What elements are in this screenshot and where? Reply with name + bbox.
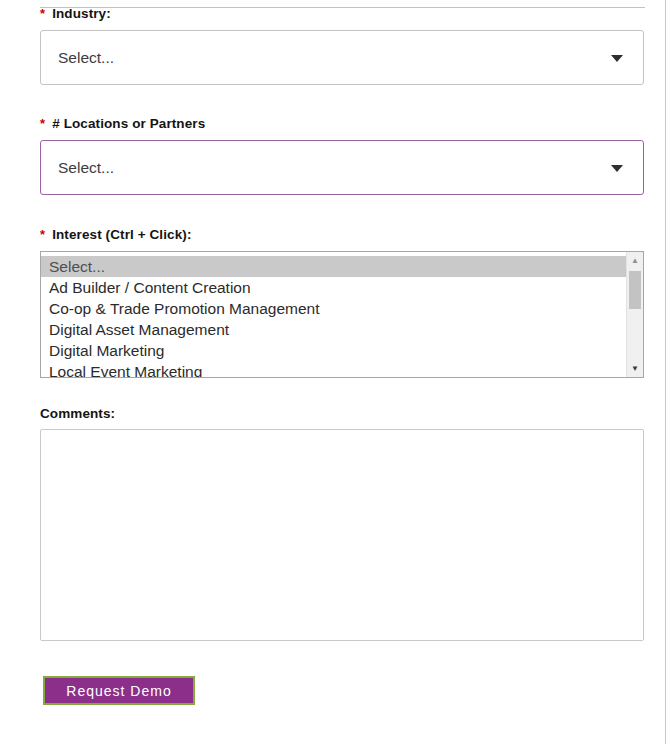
industry-label: *Industry:: [40, 6, 111, 21]
locations-label: *# Locations or Partners: [40, 116, 205, 131]
request-demo-form: *Industry: Select... *# Locations or Par…: [40, 0, 644, 744]
industry-select-value: Select...: [58, 49, 114, 67]
scroll-up-icon[interactable]: ▲: [627, 252, 643, 269]
scrollbar-thumb[interactable]: [629, 271, 641, 309]
interest-listbox-scrollbar[interactable]: ▲ ▼: [626, 252, 643, 377]
interest-label-text: Interest (Ctrl + Click):: [52, 227, 191, 242]
chevron-down-icon: [611, 165, 623, 172]
interest-listbox[interactable]: Select... Ad Builder / Content Creation …: [40, 251, 644, 378]
comments-textarea[interactable]: [40, 429, 644, 641]
locations-label-text: # Locations or Partners: [52, 116, 205, 131]
locations-select-value: Select...: [58, 159, 114, 177]
industry-label-text: Industry:: [52, 6, 111, 21]
scroll-down-icon[interactable]: ▼: [627, 360, 643, 377]
request-demo-button[interactable]: Request Demo: [43, 676, 195, 705]
locations-select[interactable]: Select...: [40, 140, 644, 195]
industry-select[interactable]: Select...: [40, 30, 644, 85]
required-asterisk: *: [40, 6, 45, 21]
required-asterisk: *: [40, 116, 45, 131]
demo-request-form-page: *Industry: Select... *# Locations or Par…: [0, 0, 666, 744]
interest-options: Select... Ad Builder / Content Creation …: [41, 252, 626, 377]
interest-option-co-op[interactable]: Co-op & Trade Promotion Management: [41, 298, 626, 319]
required-asterisk: *: [40, 227, 45, 242]
interest-option-local-event[interactable]: Local Event Marketing: [41, 361, 626, 377]
interest-option-digital-asset[interactable]: Digital Asset Management: [41, 319, 626, 340]
interest-option-ad-builder[interactable]: Ad Builder / Content Creation: [41, 277, 626, 298]
interest-label: *Interest (Ctrl + Click):: [40, 227, 191, 242]
interest-option-digital-marketing[interactable]: Digital Marketing: [41, 340, 626, 361]
interest-option-select[interactable]: Select...: [41, 256, 626, 277]
comments-label: Comments:: [40, 406, 115, 421]
chevron-down-icon: [611, 55, 623, 62]
